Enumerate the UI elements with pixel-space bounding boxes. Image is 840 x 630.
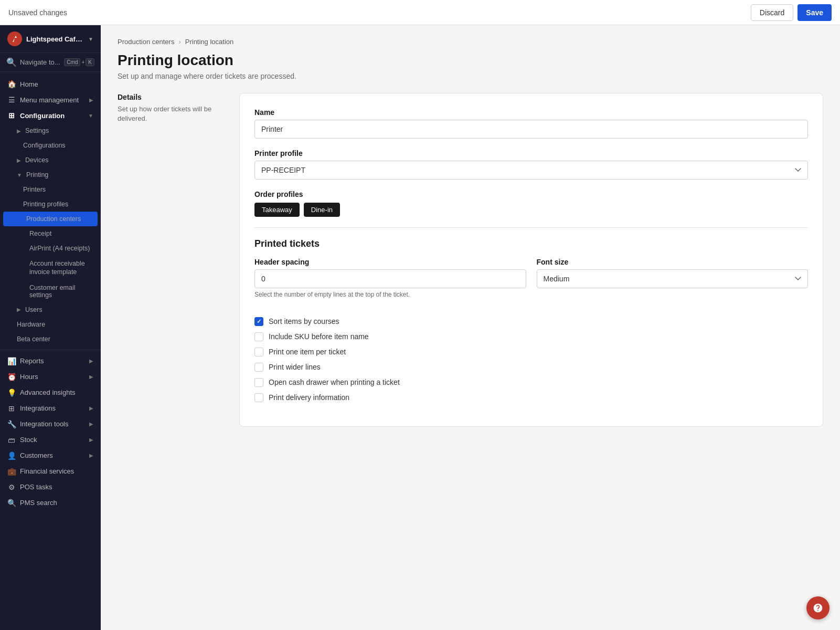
sidebar-item-printers[interactable]: Printers <box>0 182 101 197</box>
sidebar-item-menu-management[interactable]: ☰ Menu management ▶ <box>0 92 101 108</box>
checkbox-sort-courses[interactable]: Sort items by courses <box>254 314 808 329</box>
printer-profile-select[interactable]: PP-RECEIPT PP-KITCHEN PP-BAR <box>254 161 808 180</box>
order-profiles-label: Order profiles <box>254 190 808 198</box>
breadcrumb-current: Printing location <box>185 38 234 46</box>
profile-tag-takeaway[interactable]: Takeaway <box>254 203 300 217</box>
sidebar-item-home[interactable]: 🏠 Home <box>0 76 101 92</box>
sidebar-item-label: Integrations <box>20 404 56 412</box>
checkbox-delivery-info[interactable]: Print delivery information <box>254 390 808 405</box>
sidebar-item-label: Account receivable invoice template <box>29 259 93 277</box>
chevron-right-icon: ▶ <box>89 358 93 364</box>
printed-tickets-title: Printed tickets <box>254 238 808 249</box>
chevron-right-icon: ▶ <box>17 158 21 163</box>
sidebar-item-customer-email[interactable]: Customer email settings <box>0 280 101 302</box>
chevron-right-icon: ▶ <box>89 437 93 443</box>
page-title: Printing location <box>118 52 823 69</box>
sidebar-item-label: PMS search <box>20 499 57 507</box>
configuration-icon: ⊞ <box>7 111 16 120</box>
font-size-select[interactable]: Small Medium Large <box>537 269 809 288</box>
sidebar-item-hours[interactable]: ⏰ Hours ▶ <box>0 369 101 385</box>
pos-icon: ⚙ <box>7 483 16 491</box>
checkbox-cash-drawer[interactable]: Open cash drawer when printing a ticket <box>254 375 808 390</box>
details-title: Details <box>118 93 222 101</box>
sidebar-item-configuration[interactable]: ⊞ Configuration ▼ <box>0 108 101 123</box>
font-size-label: Font size <box>537 258 809 266</box>
sidebar-logo[interactable]: Lightspeed Café - New ... ▼ <box>0 25 101 53</box>
sidebar-item-pos-tasks[interactable]: ⚙ POS tasks <box>0 479 101 495</box>
sidebar-item-label: Devices <box>25 156 48 164</box>
sidebar-item-reports[interactable]: 📊 Reports ▶ <box>0 353 101 369</box>
sidebar-item-stock[interactable]: 🗃 Stock ▶ <box>0 432 101 448</box>
checkbox-wider-lines[interactable]: Print wider lines <box>254 360 808 375</box>
sidebar-item-devices[interactable]: ▶ Devices <box>0 153 101 167</box>
sidebar-item-label: Production centers <box>26 215 81 223</box>
sidebar-item-configurations[interactable]: Configurations <box>0 138 101 153</box>
navigate-to-label: Navigate to... <box>20 58 61 66</box>
menu-icon: ☰ <box>7 96 16 104</box>
checkbox-include-sku-input[interactable] <box>254 332 263 341</box>
breadcrumb-production-centers[interactable]: Production centers <box>118 38 174 46</box>
sidebar-item-integrations[interactable]: ⊞ Integrations ▶ <box>0 401 101 416</box>
cmd-key: Cmd <box>64 58 80 66</box>
sidebar-item-advanced-insights[interactable]: 💡 Advanced insights <box>0 385 101 401</box>
chevron-down-icon: ▼ <box>88 113 93 119</box>
sidebar-item-settings[interactable]: ▶ Settings <box>0 123 101 138</box>
sidebar-item-pms-search[interactable]: 🔍 PMS search <box>0 495 101 511</box>
sidebar-item-label: Printing profiles <box>23 201 68 208</box>
sidebar-item-users[interactable]: ▶ Users <box>0 302 101 317</box>
tools-icon: 🔧 <box>7 420 16 428</box>
lightspeed-logo-icon <box>7 32 22 46</box>
sidebar-item-receipt[interactable]: Receipt <box>0 226 101 241</box>
header-spacing-group: Header spacing Select the number of empt… <box>254 258 526 299</box>
sidebar-item-beta-center[interactable]: Beta center <box>0 332 101 346</box>
help-icon <box>813 603 823 613</box>
insights-icon: 💡 <box>7 388 16 397</box>
sidebar-item-label: Configuration <box>20 112 65 120</box>
sidebar-item-label: Home <box>20 80 38 88</box>
profile-tag-dine-in[interactable]: Dine-in <box>304 203 340 217</box>
name-input[interactable] <box>254 120 808 139</box>
checkbox-wider-lines-input[interactable] <box>254 363 263 372</box>
chevron-right-icon: ▶ <box>89 421 93 427</box>
checkbox-delivery-info-input[interactable] <box>254 393 263 402</box>
topbar: Unsaved changes Discard Save <box>0 0 840 25</box>
checkbox-one-item[interactable]: Print one item per ticket <box>254 344 808 360</box>
sidebar-item-printing[interactable]: ▼ Printing <box>0 167 101 182</box>
sidebar-item-airprint[interactable]: AirPrint (A4 receipts) <box>0 241 101 256</box>
section-divider <box>254 227 808 228</box>
pms-search-icon: 🔍 <box>7 499 16 507</box>
sidebar-item-ar-invoice[interactable]: Account receivable invoice template <box>0 256 101 280</box>
checkbox-cash-drawer-input[interactable] <box>254 378 263 387</box>
integrations-icon: ⊞ <box>7 404 16 413</box>
help-fab-button[interactable] <box>806 596 830 620</box>
details-description: Set up how order tickets will be deliver… <box>118 104 222 123</box>
sidebar-item-printing-profiles[interactable]: Printing profiles <box>0 197 101 212</box>
header-spacing-hint: Select the number of empty lines at the … <box>254 290 526 299</box>
sidebar-item-label: Users <box>25 306 42 313</box>
sidebar-item-label: Settings <box>25 127 49 134</box>
checkbox-include-sku-label: Include SKU before item name <box>269 332 369 341</box>
header-spacing-input[interactable] <box>254 269 526 288</box>
sidebar-search[interactable]: 🔍 Navigate to... Cmd + K <box>0 53 101 72</box>
order-profiles-group: Order profiles Takeaway Dine-in <box>254 190 808 217</box>
sidebar-item-customers[interactable]: 👤 Customers ▶ <box>0 448 101 464</box>
sidebar-item-production-centers[interactable]: Production centers <box>3 212 98 226</box>
sidebar-item-integration-tools[interactable]: 🔧 Integration tools ▶ <box>0 416 101 432</box>
checkbox-include-sku[interactable]: Include SKU before item name <box>254 329 808 344</box>
checkboxes-group: Sort items by courses Include SKU before… <box>254 314 808 405</box>
checkbox-sort-courses-label: Sort items by courses <box>269 317 339 326</box>
sidebar-item-label: Customers <box>20 452 53 459</box>
svg-point-0 <box>7 32 22 46</box>
save-button[interactable]: Save <box>798 4 832 21</box>
search-icon: 🔍 <box>6 57 17 67</box>
discard-button[interactable]: Discard <box>751 4 793 21</box>
checkbox-one-item-input[interactable] <box>254 348 263 356</box>
reports-icon: 📊 <box>7 357 16 365</box>
sidebar-item-hardware[interactable]: Hardware <box>0 317 101 332</box>
checkbox-sort-courses-input[interactable] <box>254 317 263 326</box>
details-info: Details Set up how order tickets will be… <box>118 93 222 123</box>
app-body: Lightspeed Café - New ... ▼ 🔍 Navigate t… <box>0 25 840 630</box>
form-card: Name Printer profile PP-RECEIPT PP-KITCH… <box>239 93 823 427</box>
hours-icon: ⏰ <box>7 373 16 381</box>
sidebar-item-financial-services[interactable]: 💼 Financial services <box>0 464 101 479</box>
